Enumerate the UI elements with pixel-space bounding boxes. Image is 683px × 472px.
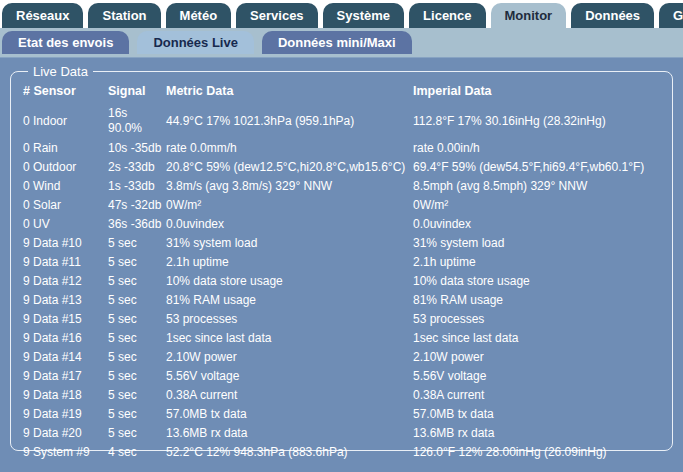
metric-cell: 1sec since last data xyxy=(166,328,413,347)
sensor-cell: 0 UV xyxy=(23,214,108,233)
table-row: 0 Rain 10s -35db rate 0.0mm/h rate 0.00i… xyxy=(23,138,662,157)
imperial-cell: 81% RAM usage xyxy=(413,290,662,309)
metric-cell: 52.2°C 12% 948.3hPa (883.6hPa) xyxy=(166,442,413,461)
metric-cell: 0W/m² xyxy=(166,195,413,214)
live-data-table: # Sensor Signal Metric Data Imperial Dat… xyxy=(23,81,662,461)
sensor-cell: 0 Indoor xyxy=(23,103,108,138)
sensor-cell: 9 Data #10 xyxy=(23,233,108,252)
metric-cell: 53 processes xyxy=(166,309,413,328)
imperial-cell: 0W/m² xyxy=(413,195,662,214)
metric-cell: 31% system load xyxy=(166,233,413,252)
table-row: 9 Data #12 5 sec 10% data store usage 10… xyxy=(23,271,662,290)
table-row: 9 System #9 4 sec 52.2°C 12% 948.3hPa (8… xyxy=(23,442,662,461)
signal-cell: 5 sec xyxy=(108,252,166,271)
sensor-cell: 9 Data #20 xyxy=(23,423,108,442)
table-row: 9 Data #17 5 sec 5.56V voltage 5.56V vol… xyxy=(23,366,662,385)
tab-licence[interactable]: Licence xyxy=(409,3,485,28)
metric-cell: 2.10W power xyxy=(166,347,413,366)
live-data-fieldset: Live Data # Sensor Signal Metric Data Im… xyxy=(10,64,673,451)
imperial-cell: 2.10W power xyxy=(413,347,662,366)
signal-cell: 5 sec xyxy=(108,328,166,347)
sensor-cell: 9 Data #18 xyxy=(23,385,108,404)
signal-cell: 5 sec xyxy=(108,366,166,385)
live-data-legend: Live Data xyxy=(28,64,93,79)
imperial-cell: 112.8°F 17% 30.16inHg (28.32inHg) xyxy=(413,103,662,138)
metric-cell: 10% data store usage xyxy=(166,271,413,290)
table-row: 0 Outdoor 2s -33db 20.8°C 59% (dew12.5°C… xyxy=(23,157,662,176)
table-row: 0 Solar 47s -32db 0W/m² 0W/m² xyxy=(23,195,662,214)
table-row: 9 Data #15 5 sec 53 processes 53 process… xyxy=(23,309,662,328)
imperial-cell: 10% data store usage xyxy=(413,271,662,290)
imperial-cell: 126.0°F 12% 28.00inHg (26.09inHg) xyxy=(413,442,662,461)
table-row: 0 Indoor 16s 90.0% 44.9°C 17% 1021.3hPa … xyxy=(23,103,662,138)
metric-cell: rate 0.0mm/h xyxy=(166,138,413,157)
column-header-signal: Signal xyxy=(108,81,166,103)
tab-reseaux[interactable]: Réseaux xyxy=(2,3,83,28)
metric-cell: 57.0MB tx data xyxy=(166,404,413,423)
metric-cell: 0.0uvindex xyxy=(166,214,413,233)
subtab-donnees-live[interactable]: Données Live xyxy=(137,31,254,54)
table-row: 9 Data #14 5 sec 2.10W power 2.10W power xyxy=(23,347,662,366)
tab-meteo[interactable]: Météo xyxy=(166,3,232,28)
table-row: 9 Data #18 5 sec 0.38A current 0.38A cur… xyxy=(23,385,662,404)
signal-cell: 5 sec xyxy=(108,290,166,309)
signal-cell: 16s 90.0% xyxy=(108,103,166,138)
sensor-cell: 9 Data #13 xyxy=(23,290,108,309)
imperial-cell: 13.6MB rx data xyxy=(413,423,662,442)
tab-graphiques[interactable]: Graphiques xyxy=(659,3,683,28)
imperial-cell: 53 processes xyxy=(413,309,662,328)
imperial-cell: 57.0MB tx data xyxy=(413,404,662,423)
monitor-sub-tab-bar: Etat des envois Données Live Données min… xyxy=(0,28,683,58)
metric-cell: 3.8m/s (avg 3.8m/s) 329° NNW xyxy=(166,176,413,195)
column-header-sensor: # Sensor xyxy=(23,81,108,103)
metric-cell: 13.6MB rx data xyxy=(166,423,413,442)
table-row: 9 Data #20 5 sec 13.6MB rx data 13.6MB r… xyxy=(23,423,662,442)
column-header-metric: Metric Data xyxy=(166,81,413,103)
signal-cell: 4 sec xyxy=(108,442,166,461)
tab-donnees[interactable]: Données xyxy=(571,3,654,28)
sensor-cell: 9 Data #19 xyxy=(23,404,108,423)
signal-cell: 10s -35db xyxy=(108,138,166,157)
signal-cell: 5 sec xyxy=(108,271,166,290)
sensor-cell: 0 Rain xyxy=(23,138,108,157)
metric-cell: 2.1h uptime xyxy=(166,252,413,271)
sensor-cell: 0 Solar xyxy=(23,195,108,214)
tab-monitor[interactable]: Monitor xyxy=(491,3,567,28)
metric-cell: 44.9°C 17% 1021.3hPa (959.1hPa) xyxy=(166,103,413,138)
sensor-cell: 9 Data #16 xyxy=(23,328,108,347)
table-row: 0 UV 36s -36db 0.0uvindex 0.0uvindex xyxy=(23,214,662,233)
imperial-cell: 31% system load xyxy=(413,233,662,252)
metric-cell: 0.38A current xyxy=(166,385,413,404)
table-row: 9 Data #11 5 sec 2.1h uptime 2.1h uptime xyxy=(23,252,662,271)
table-row: 0 Wind 1s -33db 3.8m/s (avg 3.8m/s) 329°… xyxy=(23,176,662,195)
metric-cell: 20.8°C 59% (dew12.5°C,hi20.8°C,wb15.6°C) xyxy=(166,157,413,176)
table-header-row: # Sensor Signal Metric Data Imperial Dat… xyxy=(23,81,662,103)
table-row: 9 Data #13 5 sec 81% RAM usage 81% RAM u… xyxy=(23,290,662,309)
signal-cell: 36s -36db xyxy=(108,214,166,233)
subtab-etat-des-envois[interactable]: Etat des envois xyxy=(2,31,129,54)
imperial-cell: 1sec since last data xyxy=(413,328,662,347)
sensor-cell: 9 Data #11 xyxy=(23,252,108,271)
tab-services[interactable]: Services xyxy=(236,3,318,28)
signal-cell: 47s -32db xyxy=(108,195,166,214)
column-header-imperial: Imperial Data xyxy=(413,81,662,103)
metric-cell: 5.56V voltage xyxy=(166,366,413,385)
subtab-donnees-mini-maxi[interactable]: Données mini/Maxi xyxy=(262,31,412,54)
sensor-cell: 9 Data #12 xyxy=(23,271,108,290)
imperial-cell: 2.1h uptime xyxy=(413,252,662,271)
signal-cell: 5 sec xyxy=(108,404,166,423)
sensor-cell: 0 Wind xyxy=(23,176,108,195)
imperial-cell: 0.38A current xyxy=(413,385,662,404)
live-data-panel: Live Data # Sensor Signal Metric Data Im… xyxy=(0,58,683,471)
table-row: 9 Data #10 5 sec 31% system load 31% sys… xyxy=(23,233,662,252)
tab-systeme[interactable]: Système xyxy=(323,3,404,28)
imperial-cell: 5.56V voltage xyxy=(413,366,662,385)
imperial-cell: rate 0.00in/h xyxy=(413,138,662,157)
tab-station[interactable]: Station xyxy=(88,3,160,28)
table-row: 9 Data #19 5 sec 57.0MB tx data 57.0MB t… xyxy=(23,404,662,423)
imperial-cell: 0.0uvindex xyxy=(413,214,662,233)
sensor-cell: 9 Data #15 xyxy=(23,309,108,328)
imperial-cell: 8.5mph (avg 8.5mph) 329° NNW xyxy=(413,176,662,195)
sensor-cell: 9 Data #14 xyxy=(23,347,108,366)
signal-cell: 5 sec xyxy=(108,347,166,366)
